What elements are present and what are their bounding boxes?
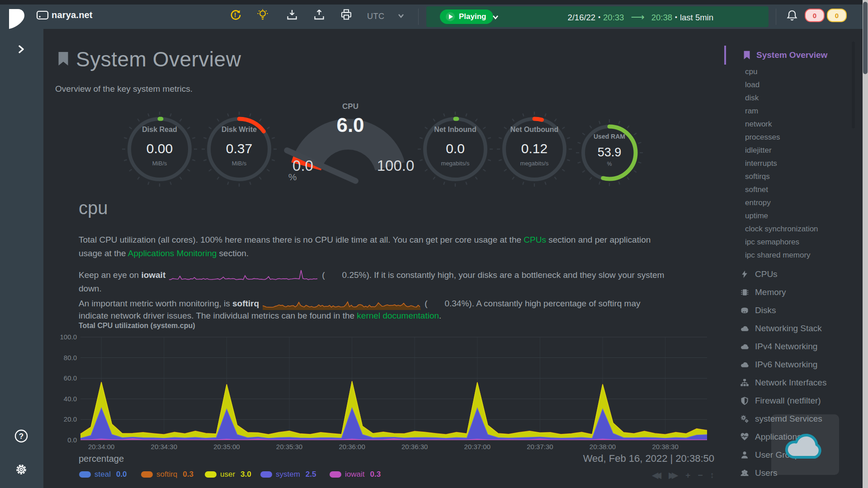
legend-label: system bbox=[276, 470, 300, 479]
expand-sidebar-button[interactable] bbox=[14, 42, 29, 57]
gauge-unit: MiB/s bbox=[196, 160, 282, 167]
page-title: System Overview bbox=[76, 47, 241, 71]
node-name[interactable]: narya.net bbox=[52, 10, 93, 20]
sidebar-subitem-load[interactable]: load bbox=[723, 78, 852, 91]
chevron-right-icon bbox=[18, 45, 25, 53]
sidebar-item-system-overview[interactable]: System Overview bbox=[723, 45, 852, 65]
netdata-logo-icon bbox=[9, 9, 26, 29]
help-button[interactable]: ? bbox=[14, 428, 29, 444]
import-icon[interactable] bbox=[285, 8, 299, 22]
chart-toolbox: ◀◀ ▶▶ + − ↕ bbox=[642, 471, 714, 480]
sidebar-item-networking-stack[interactable]: Networking Stack bbox=[723, 319, 852, 338]
sidebar-item-label: CPUs bbox=[755, 269, 778, 279]
sidebar-subitem-ipc-semaphores[interactable]: ipc semaphores bbox=[723, 235, 852, 249]
sidebar-item-label: Firewall (netfilter) bbox=[755, 396, 821, 406]
cpu-utilization-chart[interactable]: 0.020.040.060.080.0100.020:34:0020:34:30… bbox=[55, 333, 715, 452]
time-panel[interactable]: Playing 2/16/22•20:33 ⟶ 20:38•last 5min bbox=[426, 6, 769, 27]
sidebar-item-ipv6-networking[interactable]: IPv6 Networking bbox=[723, 356, 852, 374]
legend-item-iowait[interactable]: iowait0.3 bbox=[330, 470, 381, 479]
sidebar-subitem-ram[interactable]: ram bbox=[723, 104, 852, 117]
netdata-cloud-button[interactable] bbox=[771, 414, 839, 475]
timezone-selector[interactable]: UTC bbox=[367, 12, 385, 21]
critical-alarms-badge[interactable]: 0 bbox=[805, 9, 825, 22]
iowait-term: iowait bbox=[141, 270, 165, 280]
gauge-disk-read[interactable]: Disk Read0.00MiB/s bbox=[117, 106, 203, 192]
legend-label: softirq bbox=[156, 470, 177, 479]
sidebar-subitem-softnet[interactable]: softnet bbox=[723, 183, 852, 196]
warning-alarms-badge[interactable]: 0 bbox=[827, 9, 847, 22]
forward-button[interactable]: ▶▶ bbox=[669, 471, 678, 480]
update-available-icon[interactable]: ! bbox=[229, 8, 242, 22]
sidebar-subitem-processes[interactable]: processes bbox=[723, 131, 852, 144]
date-range[interactable]: 2/16/22•20:33 ⟶ 20:38•last 5min bbox=[426, 12, 713, 23]
sidebar-subitem-ipc-shared-memory[interactable]: ipc shared memory bbox=[723, 249, 852, 262]
legend-value: 0.0 bbox=[116, 470, 127, 479]
legend-item-system[interactable]: system2.5 bbox=[260, 470, 316, 479]
settings-button[interactable] bbox=[14, 462, 29, 477]
active-section-label: System Overview bbox=[756, 50, 827, 60]
cpus-link[interactable]: CPUs bbox=[524, 235, 546, 244]
softirq-term: softirq bbox=[232, 299, 259, 308]
cloud-icon bbox=[740, 342, 749, 351]
export-icon[interactable] bbox=[312, 8, 326, 22]
gauge-used-ram[interactable]: Used RAM53.9% bbox=[571, 114, 648, 191]
gauge-unit: megabits/s bbox=[491, 160, 577, 167]
legend-item-steal[interactable]: steal0.0 bbox=[79, 470, 127, 479]
zoom-in-button[interactable]: + bbox=[685, 471, 690, 480]
legend-value: 0.3 bbox=[183, 470, 193, 479]
gauge-value: 0.0 bbox=[412, 141, 498, 156]
users-icon bbox=[740, 469, 749, 478]
sidebar-item-disks[interactable]: Disks bbox=[723, 301, 852, 319]
sidebar-subitem-network[interactable]: network bbox=[723, 117, 852, 131]
gauge-net-inbound[interactable]: Net Inbound0.0megabits/s bbox=[412, 106, 498, 192]
legend-item-user[interactable]: user3.0 bbox=[205, 470, 251, 479]
sidebar-subitem-interrupts[interactable]: interrupts bbox=[723, 157, 852, 170]
softirq-line: An important metric worth monitoring, is… bbox=[79, 296, 640, 312]
gauge-net-outbound[interactable]: Net Outbound0.12megabits/s bbox=[491, 106, 577, 192]
menu-scrollbar-thumb[interactable] bbox=[852, 42, 855, 128]
gauge-unit: MiB/s bbox=[117, 160, 203, 167]
netdata-logo[interactable] bbox=[8, 8, 26, 30]
page-scrollbar-thumb[interactable] bbox=[863, 2, 868, 74]
sidebar-item-network-interfaces[interactable]: Network Interfaces bbox=[723, 374, 852, 392]
section-bookmark-icon bbox=[55, 48, 71, 70]
cpu-utilization-plot[interactable]: 0.020.040.060.080.0100.020:34:0020:34:30… bbox=[55, 333, 715, 452]
rewind-button[interactable]: ◀◀ bbox=[652, 471, 661, 480]
arrow-right-icon: ⟶ bbox=[631, 12, 645, 22]
sidebar-subitem-entropy[interactable]: entropy bbox=[723, 196, 852, 209]
sidebar-item-memory[interactable]: Memory bbox=[723, 283, 852, 301]
alarms-bell-icon[interactable] bbox=[785, 8, 799, 23]
sidebar-subitem-clock-synchronization[interactable]: clock synchronization bbox=[723, 222, 852, 235]
sidebar-item-label: Networking Stack bbox=[755, 324, 822, 333]
legend-swatch bbox=[205, 471, 217, 478]
resize-button[interactable]: ↕ bbox=[710, 471, 715, 480]
gauge-value: 0.12 bbox=[491, 141, 577, 156]
applications-monitoring-link[interactable]: Applications Monitoring bbox=[128, 249, 217, 258]
sidebar-item-cpus[interactable]: CPUs bbox=[723, 265, 852, 283]
news-bulb-icon[interactable] bbox=[256, 8, 269, 22]
svg-text:0.0: 0.0 bbox=[67, 436, 77, 444]
timezone-caret-icon[interactable] bbox=[398, 14, 404, 18]
softirq-value: 0.34% bbox=[427, 299, 469, 308]
sidebar-item-label: Disks bbox=[755, 305, 776, 315]
sidebar-subitem-idlejitter[interactable]: idlejitter bbox=[723, 144, 852, 157]
gear-icon bbox=[14, 462, 28, 477]
kernel-documentation-link[interactable]: kernel documentation bbox=[357, 311, 439, 320]
sidebar-item-ipv4-networking[interactable]: IPv4 Networking bbox=[723, 338, 852, 356]
sidebar-subitem-uptime[interactable]: uptime bbox=[723, 209, 852, 222]
svg-text:20:36:30: 20:36:30 bbox=[401, 443, 428, 450]
sidebar-subitem-disk[interactable]: disk bbox=[723, 91, 852, 104]
svg-text:20:38:00: 20:38:00 bbox=[590, 443, 616, 450]
sidebar-item-firewall-netfilter-[interactable]: Firewall (netfilter) bbox=[723, 392, 852, 410]
chart-axis-unit: percentage bbox=[79, 454, 124, 464]
sidebar-subitem-softirqs[interactable]: softirqs bbox=[723, 170, 852, 183]
gauge-disk-write[interactable]: Disk Write0.37MiB/s bbox=[196, 106, 282, 192]
zoom-out-button[interactable]: − bbox=[698, 471, 703, 480]
sidebar-subitem-cpu[interactable]: cpu bbox=[723, 65, 852, 78]
legend-swatch bbox=[260, 471, 272, 478]
legend-swatch bbox=[141, 471, 153, 478]
legend-item-softirq[interactable]: softirq0.3 bbox=[141, 470, 193, 479]
header-divider bbox=[418, 9, 419, 25]
iowait-line: Keep an eye on iowait(0.25%). If it is c… bbox=[79, 268, 664, 283]
print-icon[interactable] bbox=[340, 8, 353, 22]
